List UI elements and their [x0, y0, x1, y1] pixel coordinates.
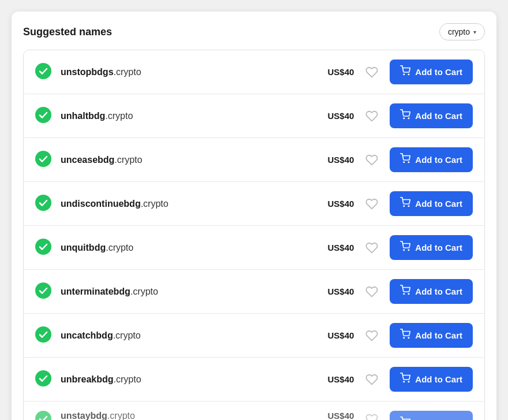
add-to-cart-label: Add to Cart: [415, 199, 462, 209]
svg-point-2: [409, 74, 410, 75]
domain-price: US$40: [322, 330, 354, 340]
svg-point-4: [404, 118, 405, 119]
domain-bold-part: unceasebdg: [61, 155, 114, 165]
available-check-icon: [35, 411, 51, 420]
domain-row: unhaltbdg.cryptoUS$40Add to Cart: [24, 94, 484, 138]
svg-point-14: [409, 250, 410, 251]
add-to-cart-label: Add to Cart: [415, 155, 462, 165]
domain-tld-part: .crypto: [130, 287, 158, 296]
wishlist-button[interactable]: [363, 64, 380, 81]
available-check-icon: [35, 151, 51, 169]
domain-price: US$40: [322, 111, 354, 121]
domain-price: US$40: [322, 243, 354, 252]
chevron-down-icon: ▾: [473, 29, 476, 35]
available-check-icon: [35, 283, 51, 301]
svg-point-13: [404, 250, 405, 251]
domain-name: unhaltbdg.crypto: [61, 111, 313, 121]
domain-price: US$40: [322, 374, 354, 384]
domain-row: unterminatebdg.cryptoUS$40Add to Cart: [24, 270, 484, 314]
domain-bold-part: uncatchbdg: [61, 330, 113, 340]
available-check-icon: [35, 370, 51, 389]
cart-icon: [400, 329, 410, 342]
add-to-cart-button[interactable]: Add to Cart: [390, 367, 473, 392]
add-to-cart-button[interactable]: Add to Cart: [390, 60, 473, 84]
svg-point-5: [409, 118, 410, 119]
add-to-cart-button[interactable]: Add to Cart: [390, 103, 473, 128]
wishlist-button[interactable]: [363, 371, 380, 388]
cart-icon: [400, 153, 410, 166]
add-to-cart-button[interactable]: Add to Cart: [390, 191, 473, 216]
wishlist-button[interactable]: [363, 411, 380, 420]
svg-point-11: [409, 206, 410, 207]
cart-icon: [400, 197, 410, 210]
wishlist-button[interactable]: [363, 195, 380, 213]
domain-price: US$40: [322, 67, 354, 77]
svg-point-19: [404, 337, 405, 339]
domain-tld-part: .crypto: [114, 374, 141, 384]
add-to-cart-button[interactable]: Add to Cart: [390, 323, 473, 348]
filter-dropdown[interactable]: crypto ▾: [439, 23, 485, 40]
svg-point-3: [35, 107, 51, 123]
wishlist-button[interactable]: [363, 327, 380, 344]
domain-price: US$40: [322, 287, 354, 296]
wishlist-button[interactable]: [363, 107, 380, 125]
domain-bold-part: undiscontinuebdg: [61, 199, 141, 209]
domain-tld-part: .crypto: [113, 330, 141, 340]
svg-point-17: [409, 293, 410, 295]
svg-point-8: [409, 162, 410, 163]
wishlist-button[interactable]: [363, 283, 380, 300]
add-to-cart-label: Add to Cart: [415, 330, 462, 340]
domain-row: uncatchbdg.cryptoUS$40Add to Cart: [24, 314, 484, 358]
cart-icon: [400, 373, 410, 386]
svg-point-22: [404, 381, 405, 382]
svg-point-21: [35, 370, 51, 386]
svg-point-7: [404, 162, 405, 163]
svg-point-0: [35, 63, 51, 79]
svg-point-24: [35, 411, 51, 420]
domain-bold-part: unquitbdg: [61, 243, 106, 252]
cart-icon: [400, 241, 410, 254]
add-to-cart-label: Add to Cart: [415, 111, 462, 121]
available-check-icon: [35, 326, 51, 345]
cart-icon: [400, 285, 410, 298]
domain-row: unstaybdg.cryptoUS$40Add to Cart: [24, 402, 484, 420]
domain-name: unbreakbdg.crypto: [61, 374, 313, 385]
main-container: Suggested names crypto ▾ unstopbdgs.cryp…: [12, 12, 496, 420]
available-check-icon: [35, 63, 51, 81]
domain-name: undiscontinuebdg.crypto: [61, 199, 313, 209]
svg-point-23: [409, 381, 410, 382]
add-to-cart-label: Add to Cart: [415, 374, 462, 384]
available-check-icon: [35, 239, 51, 257]
domain-list: unstopbdgs.cryptoUS$40Add to Cart unhalt…: [23, 50, 485, 420]
svg-point-10: [404, 206, 405, 207]
domain-tld-part: .crypto: [105, 111, 133, 121]
available-check-icon: [35, 107, 51, 125]
domain-tld-part: .crypto: [107, 411, 135, 420]
domain-bold-part: unstopbdgs: [61, 67, 114, 77]
svg-point-12: [35, 239, 51, 255]
section-header: Suggested names crypto ▾: [23, 23, 485, 40]
svg-point-9: [35, 195, 51, 211]
domain-tld-part: .crypto: [114, 67, 141, 77]
domain-row: undiscontinuebdg.cryptoUS$40Add to Cart: [24, 182, 484, 226]
domain-bold-part: unterminatebdg: [61, 287, 130, 296]
svg-point-16: [404, 293, 405, 295]
domain-price: US$40: [322, 411, 354, 420]
domain-bold-part: unhaltbdg: [61, 111, 105, 121]
svg-point-1: [404, 74, 405, 75]
section-title: Suggested names: [23, 26, 112, 38]
wishlist-button[interactable]: [363, 151, 380, 169]
svg-point-15: [35, 283, 51, 299]
domain-bold-part: unbreakbdg: [61, 374, 114, 384]
add-to-cart-button[interactable]: Add to Cart: [390, 147, 473, 172]
cart-icon: [400, 109, 410, 122]
domain-bold-part: unstaybdg: [61, 411, 107, 420]
add-to-cart-button[interactable]: Add to Cart: [390, 411, 473, 420]
add-to-cart-button[interactable]: Add to Cart: [390, 279, 473, 304]
wishlist-button[interactable]: [363, 239, 380, 257]
add-to-cart-button[interactable]: Add to Cart: [390, 235, 473, 260]
svg-point-6: [35, 151, 51, 167]
domain-tld-part: .crypto: [141, 199, 169, 209]
domain-row: unbreakbdg.cryptoUS$40Add to Cart: [24, 358, 484, 402]
add-to-cart-label: Add to Cart: [415, 67, 462, 77]
